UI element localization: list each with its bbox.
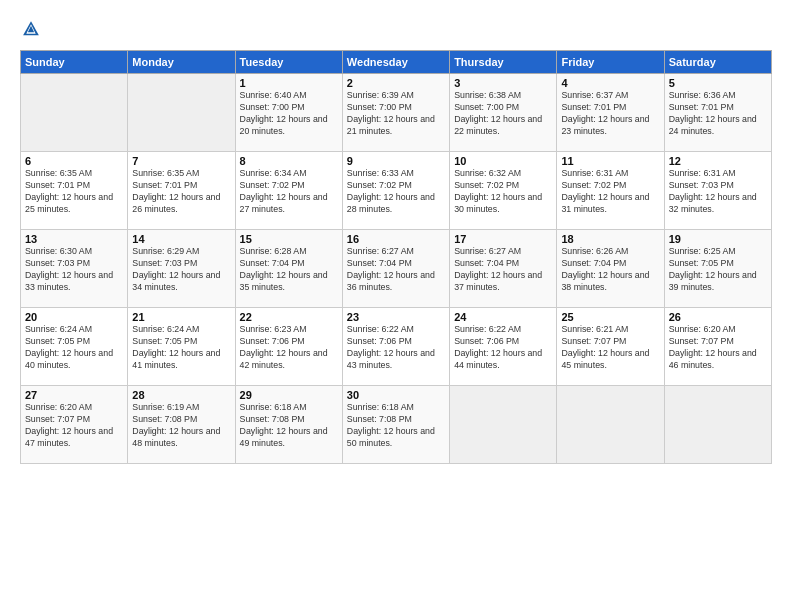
calendar-cell: 15Sunrise: 6:28 AM Sunset: 7:04 PM Dayli… <box>235 230 342 308</box>
day-number: 24 <box>454 311 552 323</box>
calendar-cell: 24Sunrise: 6:22 AM Sunset: 7:06 PM Dayli… <box>450 308 557 386</box>
calendar-cell: 13Sunrise: 6:30 AM Sunset: 7:03 PM Dayli… <box>21 230 128 308</box>
day-info: Sunrise: 6:40 AM Sunset: 7:00 PM Dayligh… <box>240 90 338 138</box>
day-info: Sunrise: 6:24 AM Sunset: 7:05 PM Dayligh… <box>25 324 123 372</box>
calendar-cell: 7Sunrise: 6:35 AM Sunset: 7:01 PM Daylig… <box>128 152 235 230</box>
calendar-dow-friday: Friday <box>557 51 664 74</box>
day-number: 26 <box>669 311 767 323</box>
calendar-dow-thursday: Thursday <box>450 51 557 74</box>
day-info: Sunrise: 6:39 AM Sunset: 7:00 PM Dayligh… <box>347 90 445 138</box>
day-number: 3 <box>454 77 552 89</box>
day-number: 21 <box>132 311 230 323</box>
calendar-cell: 17Sunrise: 6:27 AM Sunset: 7:04 PM Dayli… <box>450 230 557 308</box>
calendar-cell: 29Sunrise: 6:18 AM Sunset: 7:08 PM Dayli… <box>235 386 342 464</box>
calendar-cell <box>128 74 235 152</box>
logo-icon <box>20 18 42 40</box>
day-number: 12 <box>669 155 767 167</box>
day-info: Sunrise: 6:18 AM Sunset: 7:08 PM Dayligh… <box>347 402 445 450</box>
day-number: 22 <box>240 311 338 323</box>
day-number: 9 <box>347 155 445 167</box>
calendar-cell: 18Sunrise: 6:26 AM Sunset: 7:04 PM Dayli… <box>557 230 664 308</box>
calendar-week-row: 27Sunrise: 6:20 AM Sunset: 7:07 PM Dayli… <box>21 386 772 464</box>
day-info: Sunrise: 6:36 AM Sunset: 7:01 PM Dayligh… <box>669 90 767 138</box>
calendar-dow-saturday: Saturday <box>664 51 771 74</box>
calendar-cell: 5Sunrise: 6:36 AM Sunset: 7:01 PM Daylig… <box>664 74 771 152</box>
calendar-cell: 16Sunrise: 6:27 AM Sunset: 7:04 PM Dayli… <box>342 230 449 308</box>
day-info: Sunrise: 6:27 AM Sunset: 7:04 PM Dayligh… <box>454 246 552 294</box>
day-info: Sunrise: 6:26 AM Sunset: 7:04 PM Dayligh… <box>561 246 659 294</box>
day-number: 20 <box>25 311 123 323</box>
calendar-cell: 20Sunrise: 6:24 AM Sunset: 7:05 PM Dayli… <box>21 308 128 386</box>
calendar-cell: 10Sunrise: 6:32 AM Sunset: 7:02 PM Dayli… <box>450 152 557 230</box>
calendar-header-row: SundayMondayTuesdayWednesdayThursdayFrid… <box>21 51 772 74</box>
calendar-cell: 3Sunrise: 6:38 AM Sunset: 7:00 PM Daylig… <box>450 74 557 152</box>
calendar-cell <box>21 74 128 152</box>
calendar-cell <box>557 386 664 464</box>
calendar-cell: 2Sunrise: 6:39 AM Sunset: 7:00 PM Daylig… <box>342 74 449 152</box>
calendar-week-row: 20Sunrise: 6:24 AM Sunset: 7:05 PM Dayli… <box>21 308 772 386</box>
calendar-cell: 12Sunrise: 6:31 AM Sunset: 7:03 PM Dayli… <box>664 152 771 230</box>
calendar-dow-sunday: Sunday <box>21 51 128 74</box>
day-number: 7 <box>132 155 230 167</box>
day-number: 17 <box>454 233 552 245</box>
day-number: 30 <box>347 389 445 401</box>
calendar-cell: 22Sunrise: 6:23 AM Sunset: 7:06 PM Dayli… <box>235 308 342 386</box>
day-info: Sunrise: 6:38 AM Sunset: 7:00 PM Dayligh… <box>454 90 552 138</box>
day-number: 29 <box>240 389 338 401</box>
day-number: 15 <box>240 233 338 245</box>
day-info: Sunrise: 6:22 AM Sunset: 7:06 PM Dayligh… <box>454 324 552 372</box>
day-number: 13 <box>25 233 123 245</box>
calendar-cell: 1Sunrise: 6:40 AM Sunset: 7:00 PM Daylig… <box>235 74 342 152</box>
calendar-dow-wednesday: Wednesday <box>342 51 449 74</box>
day-info: Sunrise: 6:35 AM Sunset: 7:01 PM Dayligh… <box>132 168 230 216</box>
calendar-cell: 25Sunrise: 6:21 AM Sunset: 7:07 PM Dayli… <box>557 308 664 386</box>
day-info: Sunrise: 6:33 AM Sunset: 7:02 PM Dayligh… <box>347 168 445 216</box>
calendar-cell: 26Sunrise: 6:20 AM Sunset: 7:07 PM Dayli… <box>664 308 771 386</box>
day-number: 10 <box>454 155 552 167</box>
day-info: Sunrise: 6:27 AM Sunset: 7:04 PM Dayligh… <box>347 246 445 294</box>
calendar-dow-monday: Monday <box>128 51 235 74</box>
day-info: Sunrise: 6:18 AM Sunset: 7:08 PM Dayligh… <box>240 402 338 450</box>
calendar-week-row: 1Sunrise: 6:40 AM Sunset: 7:00 PM Daylig… <box>21 74 772 152</box>
day-info: Sunrise: 6:30 AM Sunset: 7:03 PM Dayligh… <box>25 246 123 294</box>
day-number: 27 <box>25 389 123 401</box>
calendar-cell: 19Sunrise: 6:25 AM Sunset: 7:05 PM Dayli… <box>664 230 771 308</box>
calendar-cell: 27Sunrise: 6:20 AM Sunset: 7:07 PM Dayli… <box>21 386 128 464</box>
day-info: Sunrise: 6:23 AM Sunset: 7:06 PM Dayligh… <box>240 324 338 372</box>
logo <box>20 18 46 40</box>
page: SundayMondayTuesdayWednesdayThursdayFrid… <box>0 0 792 612</box>
day-info: Sunrise: 6:31 AM Sunset: 7:02 PM Dayligh… <box>561 168 659 216</box>
day-info: Sunrise: 6:35 AM Sunset: 7:01 PM Dayligh… <box>25 168 123 216</box>
calendar-cell: 14Sunrise: 6:29 AM Sunset: 7:03 PM Dayli… <box>128 230 235 308</box>
calendar-cell: 23Sunrise: 6:22 AM Sunset: 7:06 PM Dayli… <box>342 308 449 386</box>
calendar-cell: 8Sunrise: 6:34 AM Sunset: 7:02 PM Daylig… <box>235 152 342 230</box>
day-number: 4 <box>561 77 659 89</box>
calendar-cell <box>664 386 771 464</box>
day-info: Sunrise: 6:32 AM Sunset: 7:02 PM Dayligh… <box>454 168 552 216</box>
day-number: 25 <box>561 311 659 323</box>
day-info: Sunrise: 6:21 AM Sunset: 7:07 PM Dayligh… <box>561 324 659 372</box>
day-number: 16 <box>347 233 445 245</box>
day-number: 6 <box>25 155 123 167</box>
header <box>20 18 772 40</box>
day-info: Sunrise: 6:20 AM Sunset: 7:07 PM Dayligh… <box>25 402 123 450</box>
calendar-cell: 4Sunrise: 6:37 AM Sunset: 7:01 PM Daylig… <box>557 74 664 152</box>
day-number: 19 <box>669 233 767 245</box>
day-info: Sunrise: 6:25 AM Sunset: 7:05 PM Dayligh… <box>669 246 767 294</box>
calendar-week-row: 13Sunrise: 6:30 AM Sunset: 7:03 PM Dayli… <box>21 230 772 308</box>
day-number: 18 <box>561 233 659 245</box>
day-number: 28 <box>132 389 230 401</box>
day-number: 1 <box>240 77 338 89</box>
day-info: Sunrise: 6:29 AM Sunset: 7:03 PM Dayligh… <box>132 246 230 294</box>
day-info: Sunrise: 6:24 AM Sunset: 7:05 PM Dayligh… <box>132 324 230 372</box>
day-info: Sunrise: 6:19 AM Sunset: 7:08 PM Dayligh… <box>132 402 230 450</box>
day-number: 23 <box>347 311 445 323</box>
calendar-cell: 11Sunrise: 6:31 AM Sunset: 7:02 PM Dayli… <box>557 152 664 230</box>
day-info: Sunrise: 6:31 AM Sunset: 7:03 PM Dayligh… <box>669 168 767 216</box>
calendar-cell: 30Sunrise: 6:18 AM Sunset: 7:08 PM Dayli… <box>342 386 449 464</box>
calendar-table: SundayMondayTuesdayWednesdayThursdayFrid… <box>20 50 772 464</box>
day-number: 14 <box>132 233 230 245</box>
calendar-cell: 9Sunrise: 6:33 AM Sunset: 7:02 PM Daylig… <box>342 152 449 230</box>
calendar-cell: 6Sunrise: 6:35 AM Sunset: 7:01 PM Daylig… <box>21 152 128 230</box>
day-info: Sunrise: 6:20 AM Sunset: 7:07 PM Dayligh… <box>669 324 767 372</box>
